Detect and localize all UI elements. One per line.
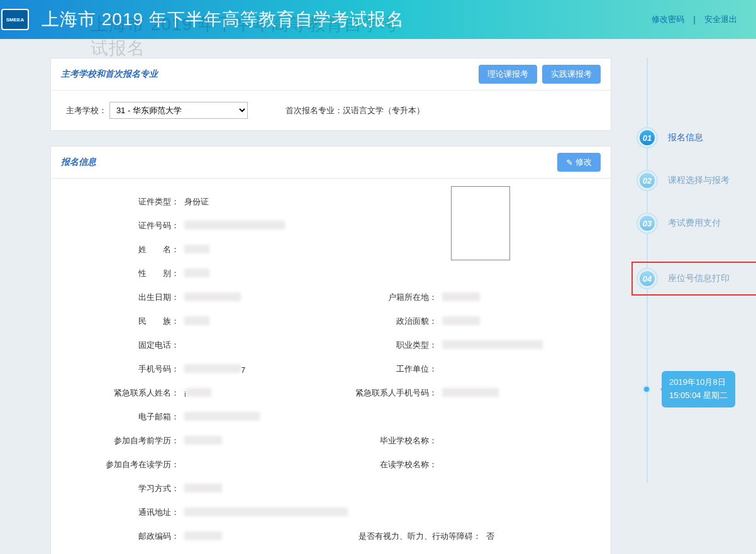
header-links: 修改密码 | 安全退出 <box>652 14 737 25</box>
step-3[interactable]: 03 考试费用支付 <box>636 213 756 234</box>
current-edu-label: 参加自考在读学历： <box>51 459 183 470</box>
separator: | <box>693 14 696 25</box>
job-type-label: 职业类型： <box>309 340 441 351</box>
time-line1: 2019年10月8日 <box>669 376 728 389</box>
emergency-name-label: 紧急联系人姓名： <box>51 387 183 399</box>
hukou-label: 户籍所在地： <box>309 292 441 303</box>
major-field: 首次报名专业：汉语言文学（专升本） <box>286 105 425 116</box>
info-panel-title: 报名信息 <box>61 157 96 168</box>
app-header: SMEEA 上海市 2019 年下半年高等教育自学考试报名 上海市 2019 年… <box>0 0 756 39</box>
theory-exam-button[interactable]: 理论课报考 <box>479 65 537 84</box>
address-label: 通讯地址： <box>51 507 183 518</box>
step-3-label: 考试费用支付 <box>668 218 721 229</box>
practice-exam-button[interactable]: 实践课报考 <box>542 65 601 84</box>
photo-placeholder <box>451 186 510 260</box>
grad-school-label: 毕业学校名称： <box>309 435 441 446</box>
ethnic-value <box>183 316 309 327</box>
edit-icon: ✎ <box>566 158 573 167</box>
email-label: 电子邮箱： <box>51 411 183 423</box>
info-panel: 报名信息 ✎修改 证件类型： 身份证 证件号码： <box>50 146 611 554</box>
major-value: 汉语言文学（专升本） <box>343 106 425 115</box>
birth-label: 出生日期： <box>51 292 183 303</box>
school-field: 主考学校： 31 - 华东师范大学 <box>66 102 248 119</box>
school-panel: 主考学校和首次报名专业 理论课报考 实践课报考 主考学校： 31 - 华东师范大… <box>50 58 611 131</box>
title-shadow: 上海市 2019 年下半年高等教育自学考试报名 <box>91 13 404 60</box>
cert-no-label: 证件号码： <box>51 220 183 231</box>
study-mode-value <box>183 484 309 494</box>
time-line2: 15:05:04 星期二 <box>669 389 728 402</box>
logo: SMEEA <box>1 9 29 30</box>
study-mode-label: 学习方式： <box>51 483 183 494</box>
school-label: 主考学校： <box>66 106 107 115</box>
tel-label: 固定电话： <box>51 340 183 351</box>
step-2-label: 课程选择与报考 <box>668 175 730 186</box>
gender-value <box>183 269 309 279</box>
step-4-num: 04 <box>640 271 655 286</box>
major-label: 首次报名专业： <box>286 106 343 115</box>
prev-edu-value <box>183 436 309 446</box>
birth-value <box>183 292 309 303</box>
mobile-label: 手机号码： <box>51 363 183 375</box>
name-value <box>183 245 309 255</box>
political-label: 政治面貌： <box>309 316 441 327</box>
disability-label: 是否有视力、听力、行动等障碍： <box>309 531 485 542</box>
timeline: 01 报名信息 02 课程选择与报考 03 考试费用支付 04 座位号信息打印 … <box>636 58 756 407</box>
disability-value: 否 <box>485 531 611 542</box>
current-school-label: 在读学校名称： <box>309 459 441 470</box>
step-1-num: 01 <box>640 130 655 145</box>
emergency-name-value: i <box>183 388 309 399</box>
change-password-link[interactable]: 修改密码 <box>652 14 684 25</box>
logo-text: SMEEA <box>6 17 24 23</box>
school-panel-title: 主考学校和首次报名专业 <box>61 69 158 80</box>
time-dot-icon <box>643 385 650 393</box>
time-node: 2019年10月8日 15:05:04 星期二 <box>636 371 756 407</box>
step-1[interactable]: 01 报名信息 <box>636 127 756 148</box>
step-2-num: 02 <box>640 173 655 188</box>
prev-edu-label: 参加自考前学历： <box>51 435 183 446</box>
step-2[interactable]: 02 课程选择与报考 <box>636 170 756 191</box>
email-value <box>183 412 309 423</box>
edit-button[interactable]: ✎修改 <box>557 153 601 172</box>
mobile-value: 7 <box>183 364 309 375</box>
cert-no-value <box>183 221 309 231</box>
step-4-highlighted[interactable]: 04 座位号信息打印 <box>631 255 756 302</box>
time-bubble: 2019年10月8日 15:05:04 星期二 <box>662 371 735 407</box>
name-label: 姓 名： <box>51 244 183 255</box>
logout-link[interactable]: 安全退出 <box>704 14 737 25</box>
work-unit-label: 工作单位： <box>309 363 441 375</box>
job-type-value <box>441 340 567 351</box>
address-value <box>183 507 611 518</box>
emergency-mobile-value <box>441 388 567 399</box>
ethnic-label: 民 族： <box>51 316 183 327</box>
emergency-mobile-label: 紧急联系人手机号码： <box>309 387 441 399</box>
hukou-value <box>441 292 567 303</box>
gender-label: 性 别： <box>51 268 183 279</box>
step-4-label: 座位号信息打印 <box>668 273 730 284</box>
postcode-value <box>183 531 309 542</box>
step-1-label: 报名信息 <box>668 132 703 143</box>
cert-type-label: 证件类型： <box>51 196 183 208</box>
edit-button-label: 修改 <box>575 157 592 168</box>
cert-type-value: 身份证 <box>183 196 309 208</box>
step-3-num: 03 <box>640 216 655 231</box>
school-select[interactable]: 31 - 华东师范大学 <box>109 102 248 119</box>
political-value <box>441 316 567 327</box>
postcode-label: 邮政编码： <box>51 531 183 542</box>
